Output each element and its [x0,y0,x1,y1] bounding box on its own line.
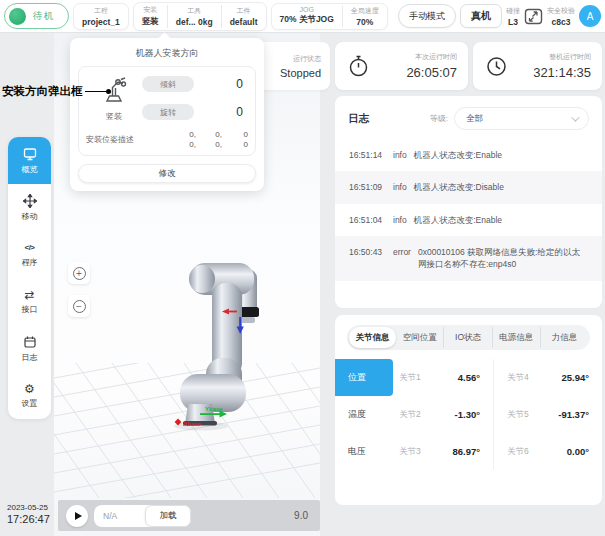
tool-chip[interactable]: 工具 def... 0kg [167,5,221,28]
annotation-arrow-line [85,91,106,92]
total-time-card: 整机运行时间 321:14:35 [473,42,602,90]
sidebar-item-overview[interactable]: 概览 [8,137,51,184]
log-header: 日志 等级: 全部 [335,96,602,139]
log-time: 16:51:09 [349,181,386,193]
tilt-row: 倾斜 0 [142,76,248,92]
collision-level-chip[interactable]: 碰撞 L3 [506,6,520,27]
log-list: 16:51:14 info 机器人状态改变:Enable 16:51:09 in… [335,139,602,281]
workpiece-chip[interactable]: 工件 default [221,5,266,28]
user-avatar[interactable]: A [579,5,601,27]
log-level-label: 等级: [430,113,448,124]
rotate-row: 旋转 0 [142,104,248,120]
sidebar-item-label: 概览 [22,164,38,175]
install-label: 安装 [143,5,157,15]
popup-title: 机器人安装方向 [78,43,256,66]
joint-label: 关节2 [399,409,421,421]
mount-type-label: 竖装 [106,111,122,122]
global-speed-value: 70% [356,17,373,27]
joint-values-grid: 关节1 4.56° 关节4 25.94° 关节2 -1.30° 关节5 -91.… [393,359,602,470]
monitor-icon [23,147,37,161]
calendar-icon [23,335,37,349]
total-time-value: 321:14:35 [533,65,591,80]
log-level: info [393,181,407,193]
install-value: 竖装 [142,16,159,28]
log-entry: 16:51:04 info 机器人状态改变:Enable [335,204,602,236]
session-time-label: 本次运行时间 [415,52,457,62]
datetime-display: 2023-05-25 17:26:47 [7,503,50,526]
metric-voltage[interactable]: 电压 [335,433,393,470]
topbar: 待机 工程 project_1 安装 竖装 工具 def... 0kg 工件 d… [0,0,605,33]
joint-value-cell: 关节2 -1.30° [399,396,494,433]
joint-info-body: 位置 温度 电压 关节1 4.56° 关节4 25.94° 关节2 -1.30° [335,359,602,470]
tab-io-status[interactable]: IO状态 [443,327,491,348]
run-state-label: 运行状态 [293,54,321,64]
robot-status-panel: 关节信息 空间位置 IO状态 电源信息 力信息 位置 温度 电压 关节1 4.5… [335,315,602,505]
program-control-bar: N/A 加载 9.0 [58,500,320,531]
log-level: info [393,214,407,226]
zoom-out-button[interactable]: − [68,295,90,317]
jog-value: 70% 关节JOG [280,14,334,26]
jog-chip[interactable]: JOG 70% 关节JOG [272,6,342,27]
annotation-callout: 安装方向弹出框 [2,84,111,99]
log-time: 16:50:43 [349,246,386,271]
metric-temperature[interactable]: 温度 [335,396,393,433]
power-status-icon [9,8,26,25]
sidebar-item-label: 程序 [22,257,38,268]
annotation-label: 安装方向弹出框 [2,84,83,99]
log-message: 机器人状态改变:Disable [414,181,588,193]
mount-pose-values: 0,0,0 0,0,0 [174,130,248,149]
jog-label: JOG [299,6,313,13]
real-machine-button[interactable]: 真机 [460,4,502,28]
play-icon [75,512,82,520]
session-time-value: 26:05:07 [406,65,457,80]
sidebar-item-interface[interactable]: ⇄ 接口 [8,278,51,325]
stopwatch-icon [347,54,370,78]
global-speed-chip[interactable]: 全局速度 70% [342,6,387,27]
sidebar-item-program[interactable]: </> 程序 [8,231,51,278]
tab-force-info[interactable]: 力信息 [540,327,588,348]
gear-icon: ⚙ [24,383,35,395]
log-title: 日志 [348,112,369,126]
manual-mode-button[interactable]: 手动模式 [398,4,456,28]
robot-state-label: 待机 [33,10,54,23]
code-icon: </> [24,242,34,254]
run-state-value: Stopped [280,67,321,79]
sidebar-item-move[interactable]: 移动 [8,184,51,231]
metric-position[interactable]: 位置 [335,359,393,396]
joint-value-cell: 关节4 25.94° [494,359,589,396]
total-time-label: 整机运行时间 [549,52,591,62]
log-entry: 16:50:43 error 0x00010106 获取网络信息失败:给定的以太… [335,236,602,281]
safety-check-label: 安全校验 [547,6,575,16]
sidebar-item-log[interactable]: 日志 [8,325,51,372]
log-entry: 16:51:09 info 机器人状态改变:Disable [335,171,602,203]
install-chip[interactable]: 安装 竖装 [134,5,167,28]
tilt-label: 倾斜 [142,76,194,92]
joint-value: 25.94° [561,372,589,383]
modify-button[interactable]: 修改 [78,164,256,183]
safety-checksum-chip: 安全校验 c8c3 [547,6,575,27]
status-tabbar: 关节信息 空间位置 IO状态 电源信息 力信息 [347,325,590,350]
play-button[interactable] [66,505,88,527]
log-level: info [393,149,407,161]
robot-state-chip[interactable]: 待机 [4,3,69,29]
joint-value-cell: 关节5 -91.37° [494,396,589,433]
swap-icon: ⇄ [24,289,34,301]
workpiece-value: default [230,17,258,27]
zoom-in-button[interactable]: + [68,262,90,284]
sidebar-item-label: 接口 [22,304,38,315]
project-chip[interactable]: 工程 project_1 [73,3,129,30]
load-button[interactable]: 加载 [145,505,191,527]
tab-joint-info[interactable]: 关节信息 [349,327,396,348]
tab-spatial-position[interactable]: 空间位置 [396,327,443,348]
sidebar-item-label: 设置 [22,398,38,409]
log-level-select[interactable]: 全部 [454,107,589,130]
mount-pose-row: 安装位姿描述 0,0,0 0,0,0 [86,130,248,149]
fullscreen-icon[interactable] [524,8,543,25]
sidebar-item-label: 移动 [22,211,38,222]
chevron-down-icon [571,113,579,121]
tab-power-info[interactable]: 电源信息 [492,327,540,348]
log-message: 机器人状态改变:Enable [414,214,588,226]
joint-value: -1.30° [455,409,480,420]
sidebar-item-settings[interactable]: ⚙ 设置 [8,372,51,419]
log-panel: 日志 等级: 全部 16:51:14 info 机器人状态改变:Enable 1… [335,96,602,308]
